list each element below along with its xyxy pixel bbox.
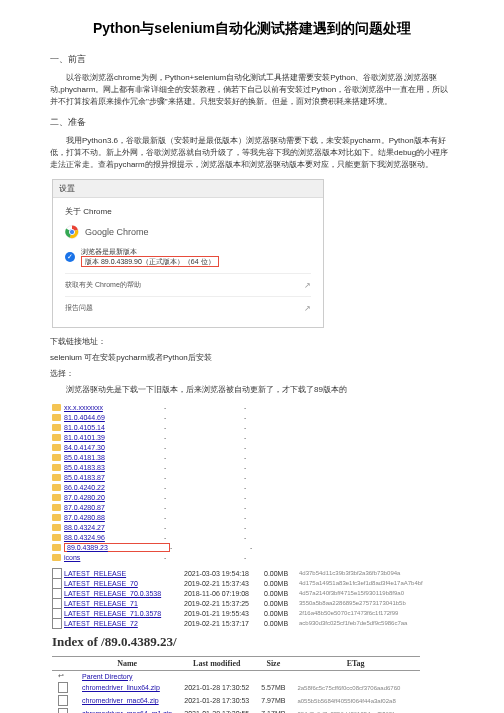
driver-folder-row: 84.0.4147.30-- <box>52 442 452 452</box>
page-title: Python与selenium自动化测试搭建遇到的问题处理 <box>50 20 454 38</box>
folder-icon <box>52 434 61 441</box>
driver-version-link[interactable]: 86.0.4240.22 <box>64 484 164 491</box>
index-row: ↩Parent Directory <box>52 671 420 682</box>
index-row: chromedriver_mac64.zip2021-01-28 17:30:5… <box>52 694 420 707</box>
index-file-link[interactable]: chromedriver_mac64.zip <box>82 697 159 704</box>
release-row: LATEST_RELEASE2021-03-03 19:54:180.00MB4… <box>52 568 452 578</box>
chrome-logo-icon <box>65 225 79 239</box>
index-row: chromedriver_linux64.zip2021-01-28 17:30… <box>52 681 420 694</box>
latest-release-list: LATEST_RELEASE2021-03-03 19:54:180.00MB4… <box>52 568 452 628</box>
folder-icon <box>52 494 61 501</box>
chrome-about-screenshot: 设置 关于 Chrome Google Chrome ✓ 浏览器是最新版本 版 <box>52 179 324 328</box>
back-icon: ↩ <box>58 672 66 680</box>
folder-icon <box>52 524 61 531</box>
driver-version-link[interactable]: 87.0.4280.87 <box>64 504 164 511</box>
driver-version-link[interactable]: 81.0.4105.14 <box>64 424 164 431</box>
release-link[interactable]: LATEST_RELEASE_72 <box>64 620 184 627</box>
release-row: LATEST_RELEASE_702019-02-21 15:37:430.00… <box>52 578 452 588</box>
driver-folder-row: 88.0.4324.27-- <box>52 522 452 532</box>
release-row: LATEST_RELEASE_70.0.35382018-11-06 07:19… <box>52 588 452 598</box>
col-lastmod: Last modified <box>178 657 255 671</box>
release-link[interactable]: LATEST_RELEASE_70.0.3538 <box>64 590 184 597</box>
driver-folder-row: 86.0.4240.22-- <box>52 482 452 492</box>
driver-folder-row: 85.0.4183.83-- <box>52 462 452 472</box>
release-link[interactable]: LATEST_RELEASE_71.0.3578 <box>64 610 184 617</box>
release-link[interactable]: LATEST_RELEASE_70 <box>64 580 184 587</box>
driver-version-link[interactable]: 85.0.4183.83 <box>64 464 164 471</box>
folder-icon <box>52 454 61 461</box>
driver-folder-row: 81.0.4044.69-- <box>52 412 452 422</box>
driver-version-link[interactable]: xx.x.xxxxxxx <box>64 404 164 411</box>
driver-folder-row: 87.0.4280.20-- <box>52 492 452 502</box>
folder-icon <box>52 464 61 471</box>
driver-folder-row: 85.0.4183.87-- <box>52 472 452 482</box>
folder-icon <box>52 424 61 431</box>
driver-folder-row: 81.0.4105.14-- <box>52 422 452 432</box>
index-file-link[interactable]: chromedriver_linux64.zip <box>82 684 160 691</box>
chrome-settings-tab: 设置 <box>53 180 323 198</box>
download-link-label: 下载链接地址： <box>50 336 454 348</box>
index-row: chromedriver_mac64_m1.zip2021-01-28 17:3… <box>52 707 420 713</box>
folder-icon <box>52 504 61 511</box>
driver-version-link[interactable]: 88.0.4324.27 <box>64 524 164 531</box>
chrome-report-link[interactable]: 报告问题 <box>65 303 93 313</box>
driver-version-link[interactable]: 89.0.4389.23 <box>64 543 170 552</box>
driver-version-link[interactable]: 88.0.4324.96 <box>64 534 164 541</box>
chrome-version-highlight: 版本 89.0.4389.90（正式版本）（64 位） <box>81 256 219 267</box>
file-icon <box>58 682 68 693</box>
driver-version-link[interactable]: icons <box>64 554 164 561</box>
release-row: LATEST_RELEASE_712019-02-21 15:37:250.00… <box>52 598 452 608</box>
folder-icon <box>52 554 61 561</box>
driver-version-link[interactable]: 87.0.4280.20 <box>64 494 164 501</box>
release-link[interactable]: LATEST_RELEASE_71 <box>64 600 184 607</box>
folder-icon <box>52 414 61 421</box>
chrome-about-label: 关于 Chrome <box>65 206 311 217</box>
driver-folder-row: icons-- <box>52 552 452 562</box>
driver-folder-row: 87.0.4280.88-- <box>52 512 452 522</box>
folder-icon <box>52 404 61 411</box>
folder-icon <box>52 484 61 491</box>
selenium-note: selenium 可在安装pycharm或者Python后安装 <box>50 352 454 364</box>
col-name: Name <box>76 657 178 671</box>
driver-version-note: 浏览器驱动先是下载一下旧版本，后来浏览器被自动更新了，才下载了89版本的 <box>50 384 454 396</box>
driver-folder-row: 81.0.4101.39-- <box>52 432 452 442</box>
choice-label: 选择： <box>50 368 454 380</box>
driver-folder-row: 87.0.4280.87-- <box>52 502 452 512</box>
folder-icon <box>52 534 61 541</box>
driver-folder-list: xx.x.xxxxxxx--81.0.4044.69--81.0.4105.14… <box>52 402 452 562</box>
index-title: Index of /89.0.4389.23/ <box>52 634 452 650</box>
folder-icon <box>52 444 61 451</box>
chrome-help-link[interactable]: 获取有关 Chrome的帮助 <box>65 280 141 290</box>
release-row: LATEST_RELEASE_722019-02-21 15:37:170.00… <box>52 618 452 628</box>
driver-folder-row: 88.0.4324.96-- <box>52 532 452 542</box>
open-arrow-icon: ↗ <box>304 281 311 290</box>
driver-folder-row: 85.0.4181.38-- <box>52 452 452 462</box>
open-arrow-icon: ↗ <box>304 304 311 313</box>
driver-folder-row: xx.x.xxxxxxx-- <box>52 402 452 412</box>
chrome-product-name: Google Chrome <box>85 227 149 237</box>
section-2-heading: 二、准备 <box>50 116 454 129</box>
file-icon <box>58 708 68 713</box>
section-2-paragraph: 我用Python3.6，谷歌最新版（安装时是最低版本）浏览器驱动需要下载，未安装… <box>50 135 454 171</box>
file-icon <box>52 618 62 629</box>
folder-icon <box>52 474 61 481</box>
driver-version-link[interactable]: 81.0.4044.69 <box>64 414 164 421</box>
release-link[interactable]: LATEST_RELEASE <box>64 570 184 577</box>
col-size: Size <box>255 657 291 671</box>
folder-icon <box>52 514 61 521</box>
release-row: LATEST_RELEASE_71.0.35782019-01-21 19:55… <box>52 608 452 618</box>
file-icon <box>58 695 68 706</box>
driver-folder-row: 89.0.4389.23-- <box>52 542 452 552</box>
check-icon: ✓ <box>65 252 75 262</box>
section-1-heading: 一、前言 <box>50 53 454 66</box>
index-listing: Index of /89.0.4389.23/ Name Last modifi… <box>52 634 452 713</box>
col-etag: ETag <box>291 657 419 671</box>
driver-version-link[interactable]: 85.0.4183.87 <box>64 474 164 481</box>
driver-version-link[interactable]: 81.0.4101.39 <box>64 434 164 441</box>
driver-version-link[interactable]: 87.0.4280.88 <box>64 514 164 521</box>
svg-point-2 <box>69 229 74 234</box>
section-1-paragraph: 以谷歌浏览器chrome为例，Python+selenium自动化测试工具搭建需… <box>50 72 454 108</box>
driver-version-link[interactable]: 85.0.4181.38 <box>64 454 164 461</box>
driver-version-link[interactable]: 84.0.4147.30 <box>64 444 164 451</box>
index-file-link[interactable]: Parent Directory <box>82 673 133 680</box>
